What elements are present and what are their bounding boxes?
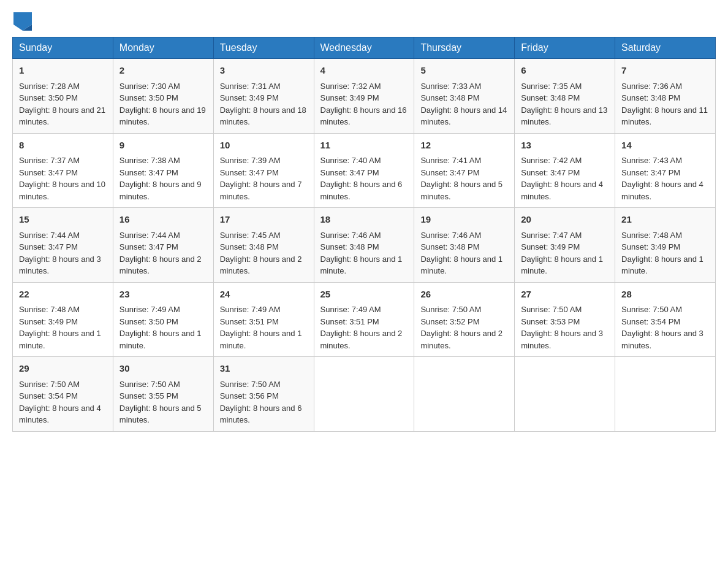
calendar-week-row: 1Sunrise: 7:28 AMSunset: 3:50 PMDaylight… [13,59,716,134]
calendar-week-row: 22Sunrise: 7:48 AMSunset: 3:49 PMDayligh… [13,282,716,357]
day-number: 20 [521,213,609,227]
calendar-cell: 25Sunrise: 7:49 AMSunset: 3:51 PMDayligh… [314,282,414,357]
calendar-cell: 12Sunrise: 7:41 AMSunset: 3:47 PMDayligh… [414,133,515,208]
day-number: 12 [420,139,508,153]
calendar-cell: 14Sunrise: 7:43 AMSunset: 3:47 PMDayligh… [615,133,716,208]
calendar-cell: 2Sunrise: 7:30 AMSunset: 3:50 PMDaylight… [113,59,213,134]
calendar-table: SundayMondayTuesdayWednesdayThursdayFrid… [12,37,716,432]
calendar-week-row: 29Sunrise: 7:50 AMSunset: 3:54 PMDayligh… [13,357,716,432]
day-number: 9 [119,139,207,153]
calendar-cell: 10Sunrise: 7:39 AMSunset: 3:47 PMDayligh… [213,133,314,208]
day-number: 19 [420,213,508,227]
calendar-cell: 24Sunrise: 7:49 AMSunset: 3:51 PMDayligh… [213,282,314,357]
day-number: 15 [19,213,107,227]
day-header-monday: Monday [113,37,213,59]
day-number: 14 [621,139,709,153]
day-header-tuesday: Tuesday [213,37,314,59]
day-number: 2 [119,64,207,78]
day-number: 30 [119,362,207,376]
calendar-cell: 31Sunrise: 7:50 AMSunset: 3:56 PMDayligh… [213,357,314,432]
day-number: 29 [19,362,107,376]
calendar-cell: 15Sunrise: 7:44 AMSunset: 3:47 PMDayligh… [13,208,113,283]
day-number: 13 [521,139,609,153]
day-header-thursday: Thursday [414,37,515,59]
day-number: 24 [220,288,308,302]
day-number: 21 [621,213,709,227]
day-number: 17 [220,213,308,227]
day-number: 10 [220,139,308,153]
day-number: 6 [521,64,609,78]
calendar-cell: 6Sunrise: 7:35 AMSunset: 3:48 PMDaylight… [515,59,615,134]
day-number: 16 [119,213,207,227]
calendar-cell: 7Sunrise: 7:36 AMSunset: 3:48 PMDaylight… [615,59,716,134]
calendar-week-row: 15Sunrise: 7:44 AMSunset: 3:47 PMDayligh… [13,208,716,283]
day-header-sunday: Sunday [13,37,113,59]
day-number: 18 [320,213,408,227]
calendar-cell: 22Sunrise: 7:48 AMSunset: 3:49 PMDayligh… [13,282,113,357]
calendar-cell: 4Sunrise: 7:32 AMSunset: 3:49 PMDaylight… [314,59,414,134]
calendar-cell: 13Sunrise: 7:42 AMSunset: 3:47 PMDayligh… [515,133,615,208]
calendar-header-row: SundayMondayTuesdayWednesdayThursdayFrid… [13,37,716,59]
calendar-cell [314,357,414,432]
day-number: 22 [19,288,107,302]
calendar-cell: 19Sunrise: 7:46 AMSunset: 3:48 PMDayligh… [414,208,515,283]
calendar-cell: 17Sunrise: 7:45 AMSunset: 3:48 PMDayligh… [213,208,314,283]
calendar-cell: 18Sunrise: 7:46 AMSunset: 3:48 PMDayligh… [314,208,414,283]
page-header [12,12,716,31]
logo-icon [13,12,32,31]
calendar-cell: 5Sunrise: 7:33 AMSunset: 3:48 PMDaylight… [414,59,515,134]
calendar-cell [515,357,615,432]
day-number: 25 [320,288,408,302]
calendar-cell: 23Sunrise: 7:49 AMSunset: 3:50 PMDayligh… [113,282,213,357]
calendar-cell: 21Sunrise: 7:48 AMSunset: 3:49 PMDayligh… [615,208,716,283]
day-header-saturday: Saturday [615,37,716,59]
day-header-friday: Friday [515,37,615,59]
day-header-wednesday: Wednesday [314,37,414,59]
calendar-cell: 30Sunrise: 7:50 AMSunset: 3:55 PMDayligh… [113,357,213,432]
day-number: 3 [220,64,308,78]
day-number: 28 [621,288,709,302]
calendar-cell: 27Sunrise: 7:50 AMSunset: 3:53 PMDayligh… [515,282,615,357]
day-number: 27 [521,288,609,302]
day-number: 31 [220,362,308,376]
calendar-cell: 1Sunrise: 7:28 AMSunset: 3:50 PMDaylight… [13,59,113,134]
logo [12,12,33,31]
day-number: 8 [19,139,107,153]
day-number: 23 [119,288,207,302]
day-number: 5 [420,64,508,78]
day-number: 26 [420,288,508,302]
calendar-cell [615,357,716,432]
calendar-cell [414,357,515,432]
calendar-week-row: 8Sunrise: 7:37 AMSunset: 3:47 PMDaylight… [13,133,716,208]
day-number: 11 [320,139,408,153]
day-number: 1 [19,64,107,78]
calendar-cell: 20Sunrise: 7:47 AMSunset: 3:49 PMDayligh… [515,208,615,283]
calendar-cell: 16Sunrise: 7:44 AMSunset: 3:47 PMDayligh… [113,208,213,283]
calendar-cell: 9Sunrise: 7:38 AMSunset: 3:47 PMDaylight… [113,133,213,208]
calendar-cell: 29Sunrise: 7:50 AMSunset: 3:54 PMDayligh… [13,357,113,432]
calendar-cell: 3Sunrise: 7:31 AMSunset: 3:49 PMDaylight… [213,59,314,134]
calendar-cell: 8Sunrise: 7:37 AMSunset: 3:47 PMDaylight… [13,133,113,208]
calendar-cell: 28Sunrise: 7:50 AMSunset: 3:54 PMDayligh… [615,282,716,357]
day-number: 4 [320,64,408,78]
day-number: 7 [621,64,709,78]
calendar-cell: 11Sunrise: 7:40 AMSunset: 3:47 PMDayligh… [314,133,414,208]
calendar-cell: 26Sunrise: 7:50 AMSunset: 3:52 PMDayligh… [414,282,515,357]
